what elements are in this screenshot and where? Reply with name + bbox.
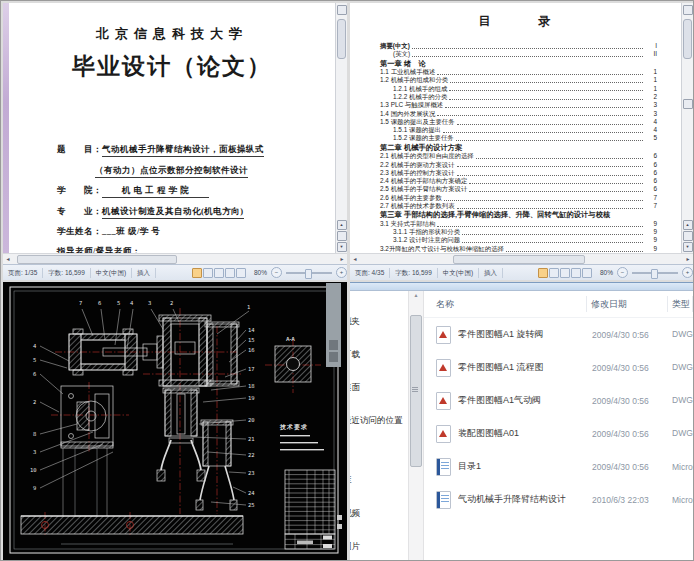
hscrollbar-thumb[interactable] <box>17 255 177 264</box>
fullscreen-view-icon[interactable] <box>203 268 213 278</box>
zoom-slider-knob[interactable] <box>305 269 312 279</box>
toc-entry[interactable]: 1.5 课题的提出及主要任务 4 <box>380 118 657 126</box>
toc-entry[interactable]: 第一章 绪 论 <box>380 59 657 69</box>
insert-mode[interactable]: 插入 <box>132 268 156 278</box>
file-row[interactable]: 气动机械手升降臂结构设计 2010/6/3 22:03 Micros <box>424 483 693 516</box>
toc-entry[interactable]: 第三章 手部结构的选择,手臂伸缩的选择、升降、回转气缸的设计与校核 <box>380 210 657 220</box>
sidebar-item[interactable]: 最近访问的位置 <box>350 404 408 437</box>
outline-view-icon[interactable] <box>225 268 235 278</box>
toc-entry[interactable]: 1.3 PLC 与触摸屏概述 3 <box>380 101 657 109</box>
web-layout-view-icon[interactable] <box>214 268 224 278</box>
browse-prev-icon[interactable]: ▲ <box>337 220 347 230</box>
browse-prev-icon[interactable]: ▲ <box>683 220 693 230</box>
toc-entry[interactable]: 1.5.2 课题的主要任务 5 <box>380 134 657 142</box>
column-header-date[interactable]: 修改日期 <box>587 296 668 312</box>
file-name[interactable]: 装配图图幅A01 <box>458 427 588 440</box>
toc-entry[interactable]: 2.7 机械手的技术参数列表 7 <box>380 202 657 210</box>
sidebar-item[interactable]: 藏夹 <box>350 305 408 338</box>
zoom-slider[interactable] <box>632 272 678 274</box>
word-count[interactable]: 字数: 16,599 <box>43 268 91 278</box>
file-row[interactable]: 目录1 2009/4/30 0:56 Micros <box>424 450 693 483</box>
toc-entry[interactable]: 第二章 机械手的设计方案 <box>380 143 657 153</box>
toc-entry[interactable]: 1.2 机械手的组成和分类 1 <box>380 76 657 84</box>
toc-entry[interactable]: 2.4 机械手的手部结构方案确定 6 <box>380 177 657 185</box>
sidebar-scrollbar-thumb[interactable] <box>410 315 422 467</box>
scrollbar-thumb[interactable] <box>337 19 346 59</box>
file-row[interactable]: 零件图图幅A1 流程图 2009/4/30 0:56 DWG 文 <box>424 351 693 384</box>
zoom-level[interactable]: 80% <box>596 269 617 276</box>
toc-entry[interactable]: 3.1.1 手指的形状和分类 9 <box>380 228 657 236</box>
toc-entry[interactable]: 1.1 工业机械手概述 1 <box>380 68 657 76</box>
column-header-type[interactable]: 类型 <box>668 296 693 312</box>
zoom-out-icon[interactable]: − <box>271 267 282 278</box>
hscrollbar-thumb[interactable] <box>453 255 585 264</box>
sidebar-item[interactable]: 库 <box>350 464 408 497</box>
sidebar-scrollbar[interactable]: ▲ <box>408 291 424 560</box>
browse-select-icon[interactable] <box>337 231 347 241</box>
toc-entry[interactable]: 1.5.1 课题的提出 4 <box>380 126 657 134</box>
scroll-left-icon[interactable]: ◄ <box>350 255 360 264</box>
ruler-toggle-icon[interactable] <box>683 5 693 15</box>
file-row[interactable]: 零件图图幅A1 旋转阀 2009/4/30 0:56 DWG 文 <box>424 318 693 351</box>
zoom-slider[interactable] <box>286 272 332 274</box>
zoom-in-icon[interactable]: + <box>336 267 347 278</box>
page-indicator[interactable]: 页面: 4/35 <box>350 268 390 278</box>
toc-entry[interactable]: 2.3 机械手的控制方案设计 6 <box>380 169 657 177</box>
print-layout-view-icon[interactable] <box>192 268 202 278</box>
file-name[interactable]: 零件图图幅A1气动阀 <box>458 394 588 407</box>
toc-entry[interactable]: 3.1 夹持式手部结构 9 <box>380 220 657 228</box>
scroll-left-icon[interactable]: ◄ <box>3 255 13 264</box>
toc-entry[interactable]: 2.5 机械手的手臂结构方案设计 6 <box>380 185 657 193</box>
language-indicator[interactable]: 中文(中国) <box>438 268 479 278</box>
browse-next-icon[interactable]: ▼ <box>337 242 347 252</box>
toc-entry[interactable]: 3.1.2 设计时注意的问题 9 <box>380 236 657 244</box>
draft-view-icon[interactable] <box>582 268 592 278</box>
zoom-level[interactable]: 80% <box>250 269 271 276</box>
horizontal-scrollbar[interactable]: ◄ ► <box>350 253 693 264</box>
sidebar-item[interactable]: 桌面 <box>350 371 408 404</box>
zoom-out-icon[interactable]: − <box>617 267 628 278</box>
sidebar-item[interactable]: 下载 <box>350 338 408 371</box>
page-indicator[interactable]: 页面: 1/35 <box>3 268 43 278</box>
column-header-name[interactable]: 名称 <box>424 296 587 312</box>
outline-view-icon[interactable] <box>571 268 581 278</box>
scroll-right-icon[interactable]: ► <box>683 255 693 264</box>
split-handle-icon[interactable] <box>683 99 693 109</box>
file-name[interactable]: 零件图图幅A1 流程图 <box>458 361 588 374</box>
sidebar-item[interactable]: 视频 <box>350 497 408 530</box>
scrollbar-thumb[interactable] <box>683 19 692 59</box>
callout-number: 18 <box>248 383 255 389</box>
browse-next-icon[interactable]: ▼ <box>683 242 693 252</box>
toc-entry[interactable]: 2.1 机械手的类型和自由度的选择 6 <box>380 152 657 160</box>
language-indicator[interactable]: 中文(中国) <box>91 268 132 278</box>
toc-entry[interactable]: 2.2 机械手的驱动方案设计 6 <box>380 161 657 169</box>
file-row[interactable]: 装配图图幅A01 2009/4/30 0:56 DWG 文 <box>424 417 693 450</box>
toc-entry[interactable]: (英文) II <box>380 50 657 58</box>
toc-entry[interactable]: 2.6 机械手的主要参数 7 <box>380 194 657 202</box>
zoom-slider-knob[interactable] <box>651 269 658 279</box>
toc-entry[interactable]: 3.2升降缸的尺寸设计与校核和伸缩缸的选择 9 <box>380 245 657 253</box>
insert-mode[interactable]: 插入 <box>479 268 503 278</box>
fullscreen-view-icon[interactable] <box>549 268 559 278</box>
toc-entry[interactable]: 1.4 国内外发展状况 3 <box>380 110 657 118</box>
file-name[interactable]: 目录1 <box>458 460 588 473</box>
toc-entry[interactable]: 1.2.2 机械手的分类 2 <box>380 93 657 101</box>
sidebar-item[interactable]: 图片 <box>350 530 408 560</box>
horizontal-scrollbar[interactable]: ◄ ► <box>3 253 347 264</box>
file-name[interactable]: 零件图图幅A1 旋转阀 <box>458 328 588 341</box>
toc-entry[interactable]: 1.2.1 机械手的组成 1 <box>380 85 657 93</box>
draft-view-icon[interactable] <box>236 268 246 278</box>
toc-entry[interactable]: 摘要(中文) I <box>380 42 657 50</box>
ruler-toggle-icon[interactable] <box>337 5 347 15</box>
scroll-right-icon[interactable]: ► <box>337 255 347 264</box>
print-layout-view-icon[interactable] <box>538 268 548 278</box>
vertical-scrollbar[interactable]: ▲ ▼ <box>681 3 693 253</box>
zoom-in-icon[interactable]: + <box>682 267 693 278</box>
vertical-scrollbar[interactable]: ▲ ▼ <box>335 3 347 253</box>
word-count[interactable]: 字数: 16,599 <box>390 268 438 278</box>
file-row[interactable]: 零件图图幅A1气动阀 2009/4/30 0:56 DWG 文 <box>424 384 693 417</box>
browse-select-icon[interactable] <box>683 231 693 241</box>
web-layout-view-icon[interactable] <box>560 268 570 278</box>
file-name[interactable]: 气动机械手升降臂结构设计 <box>458 493 588 506</box>
scroll-up-icon[interactable]: ▲ <box>409 292 423 298</box>
